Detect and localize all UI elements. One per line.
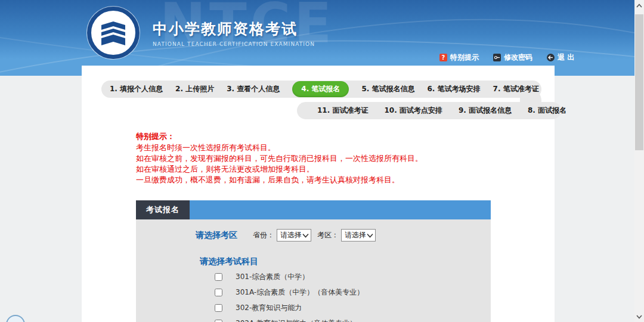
subject-checkbox-302A[interactable] xyxy=(215,320,222,322)
notice-line: 一旦缴费成功，概不退费，如有遗漏，后果自负，请考生认真核对报考科目。 xyxy=(136,175,423,185)
header-links: ? 特别提示 修改密码 退 出 xyxy=(439,52,574,63)
change-password-label: 修改密码 xyxy=(504,52,532,63)
site-title: 中小学教师资格考试 xyxy=(153,19,315,39)
change-password-link[interactable]: 修改密码 xyxy=(493,52,532,63)
registration-form: 请选择考区 省份： 请选择 考区： 请选择 请选择考试科目 301-综合素质（中… xyxy=(136,219,491,322)
step-tab-9[interactable]: 9. 面试报名信息 xyxy=(459,106,512,116)
vertical-scrollbar[interactable] xyxy=(634,0,644,322)
special-notice-label: 特别提示 xyxy=(450,52,479,63)
notice-line: 如在审核通过之后，则将无法更改或增加报考科目。 xyxy=(136,164,423,175)
chevron-down-icon xyxy=(302,233,309,238)
step-tab-3[interactable]: 3. 查看个人信息 xyxy=(227,84,280,94)
content-panel: 1. 填报个人信息 2. 上传照片 3. 查看个人信息 4. 笔试报名 5. 笔… xyxy=(82,66,555,322)
subject-checkbox-301[interactable] xyxy=(215,273,222,281)
notice-line: 考生报名时须一次性选报所有考试科目。 xyxy=(136,143,423,153)
brand: 中小学教师资格考试 NATIONAL TEACHER CERTIFICATION… xyxy=(87,7,315,59)
page-root: NTCE 中小学教师资格考试 NATIONAL TEACHER CERTIFIC… xyxy=(0,0,644,322)
step-tab-11[interactable]: 11. 面试准考证 xyxy=(317,106,368,116)
notice-title: 特别提示： xyxy=(136,131,423,142)
step-tab-5[interactable]: 5. 笔试报名信息 xyxy=(361,84,414,94)
ntce-logo-icon xyxy=(87,7,140,59)
special-notice-link[interactable]: ? 特别提示 xyxy=(439,52,479,63)
section-header-bar xyxy=(190,200,491,219)
step-tab-1[interactable]: 1. 填报个人信息 xyxy=(110,84,163,94)
step-tab-2[interactable]: 2. 上传照片 xyxy=(175,84,214,94)
province-select[interactable]: 请选择 xyxy=(277,229,311,242)
brand-text: 中小学教师资格考试 NATIONAL TEACHER CERTIFICATION… xyxy=(153,19,315,47)
subject-row: 301-综合素质（中学） xyxy=(215,271,309,283)
notice-line: 如在审核之前，发现有漏报的科目，可先自行取消已报科目，一次性选报所有科目。 xyxy=(136,153,423,164)
exit-icon xyxy=(547,54,555,61)
subject-label-301: 301-综合素质（中学） xyxy=(236,272,309,282)
chevron-down-icon xyxy=(367,233,373,238)
subject-label-301A: 301A-综合素质（中学）（音体美专业） xyxy=(236,287,364,298)
step-tab-7[interactable]: 7. 笔试准考证 xyxy=(493,84,539,94)
floating-widget-circle[interactable] xyxy=(6,315,25,322)
section-title-tab: 考试报名 xyxy=(136,200,190,219)
chevron-down-icon xyxy=(636,315,642,319)
province-label: 省份： xyxy=(253,230,274,240)
subject-label-302: 302-教育知识与能力 xyxy=(236,303,302,313)
scroll-down-button[interactable] xyxy=(634,312,644,321)
subject-checkbox-301A[interactable] xyxy=(215,289,222,296)
district-select-value: 请选择 xyxy=(345,230,366,240)
scroll-up-button[interactable] xyxy=(634,1,644,10)
logout-link[interactable]: 退 出 xyxy=(547,52,574,63)
subject-checkbox-302[interactable] xyxy=(215,304,222,312)
site-header: NTCE 中小学教师资格考试 NATIONAL TEACHER CERTIFIC… xyxy=(0,0,634,76)
step-navigation: 1. 填报个人信息 2. 上传照片 3. 查看个人信息 4. 笔试报名 5. 笔… xyxy=(101,80,541,121)
subject-row: 302A-教育知识与能力（音体美专业） xyxy=(215,317,357,322)
subject-row: 302-教育知识与能力 xyxy=(215,302,302,314)
section-title: 考试报名 xyxy=(146,205,179,215)
site-subtitle: NATIONAL TEACHER CERTIFICATION EXAMINATI… xyxy=(153,41,315,47)
province-select-value: 请选择 xyxy=(280,230,302,240)
district-label: 考区： xyxy=(317,230,339,240)
exam-area-row: 请选择考区 省份： 请选择 考区： 请选择 xyxy=(196,229,376,242)
subject-row: 301A-综合素质（中学）（音体美专业） xyxy=(215,286,364,298)
district-select[interactable]: 请选择 xyxy=(341,229,376,242)
stepnav-row1: 1. 填报个人信息 2. 上传照片 3. 查看个人信息 4. 笔试报名 5. 笔… xyxy=(101,80,541,98)
step-tab-8[interactable]: 8. 面试报名 xyxy=(528,106,566,116)
chevron-up-icon xyxy=(636,4,642,8)
logout-label: 退 出 xyxy=(558,52,574,63)
question-icon: ? xyxy=(439,54,447,61)
scrollbar-thumb[interactable] xyxy=(635,14,643,150)
exam-registration-section-header: 考试报名 xyxy=(136,200,491,219)
step-tab-4-active[interactable]: 4. 笔试报名 xyxy=(292,81,349,97)
stepnav-row2: 11. 面试准考证 10. 面试考点安排 9. 面试报名信息 8. 面试报名 xyxy=(297,102,561,119)
key-icon xyxy=(493,54,501,61)
subject-label-302A: 302A-教育知识与能力（音体美专业） xyxy=(236,318,357,322)
area-select-label: 请选择考区 xyxy=(196,230,237,241)
step-tab-10[interactable]: 10. 面试考点安排 xyxy=(384,106,442,116)
special-notice: 特别提示： 考生报名时须一次性选报所有考试科目。 如在审核之前，发现有漏报的科目… xyxy=(136,131,423,185)
subject-select-label: 请选择考试科目 xyxy=(200,256,258,267)
step-tab-6[interactable]: 6. 笔试考场安排 xyxy=(427,84,480,94)
